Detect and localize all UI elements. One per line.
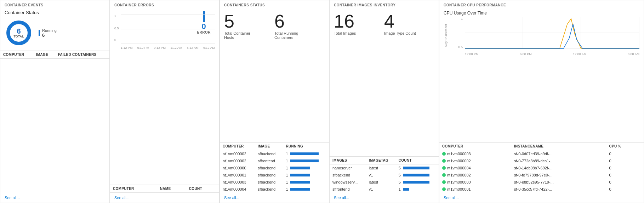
events-col-computer: COMPUTER <box>0 51 33 59</box>
cpu-see-all[interactable]: See all... <box>439 193 644 203</box>
cpu-instance: sf-0-772a3b89-dca1-... <box>511 157 606 164</box>
table-row: nt1vm000001 sf-0-35cc57fd-7422-... 0 <box>439 186 644 193</box>
images-header: CONTAINER IMAGES INVENTORY <box>330 0 439 8</box>
errors-header: CONTAINER ERRORS <box>110 0 219 8</box>
y-label-1: 1 <box>114 14 116 18</box>
cpu-x-3: 12:00 AM <box>573 52 586 56</box>
errors-col-name: NAME <box>157 185 186 193</box>
cpu-chart-container: AvgCPUPercent 1 0.5 <box>444 17 639 56</box>
image-bar <box>403 188 409 191</box>
cpu-header: CONTAINER CPU PERFORMANCE <box>439 0 644 8</box>
image-name: nanoserver <box>330 164 366 172</box>
status-image: sfbackend <box>255 179 283 186</box>
table-row: nt1vm000002 sf-0-fe79788d-97e0-... 0 <box>439 172 644 179</box>
cpu-x-2: 6:00 PM <box>520 52 532 56</box>
donut-total-label: TOTAL <box>13 35 24 39</box>
events-col-failed: FAILED CONTAINERS <box>55 51 109 59</box>
x-labels: 1:12 PM 5:12 PM 9:12 PM 1:12 AM 5:12 AM … <box>121 46 215 50</box>
table-row: nt1vm000002 sf-0-772a3b89-dca1-... 0 <box>439 157 644 164</box>
running-bar <box>290 174 310 176</box>
image-tag: latest <box>366 179 396 186</box>
dashboard: CONTAINER EVENTS Container Status 6 TOTA… <box>0 0 644 203</box>
table-row: sffrontend v1 1 <box>330 186 439 193</box>
cpu-chart-area: CPU Usage Over Time AvgCPUPercent 1 0.5 <box>439 8 644 142</box>
table-row: nt1vm000004 sf-0-14eb98b7-692f-... 0 <box>439 164 644 172</box>
cpu-y-axis-label: AvgCPUPercent <box>444 24 448 47</box>
cpu-x-4: 6:00 AM <box>628 52 639 56</box>
cpu-computer: nt1vm000002 <box>439 172 511 179</box>
table-row: nt1vm000000 sf-0-e8b52e95-7719-... 0 <box>439 179 644 186</box>
cpu-instance: sf-0-35cc57fd-7422-... <box>511 186 606 193</box>
stat-image-types: 4 Image Type Count <box>384 12 434 153</box>
chart-line-bot <box>121 44 215 44</box>
status-computer: nt1vm000000 <box>220 164 255 172</box>
image-tag: latest <box>366 164 396 172</box>
errors-col-count: COUNT <box>186 185 219 193</box>
panel-containers-status: CONTAINERS STATUS 5 Total Container Host… <box>220 0 329 203</box>
status-see-all[interactable]: See all... <box>220 193 329 203</box>
cpu-percent: 0 <box>606 150 644 158</box>
stat-running: 6 Total Running Containers <box>274 12 325 139</box>
stat-image-types-label: Image Type Count <box>384 31 420 35</box>
cpu-instance: sf-0-0d07ed39-a9df-... <box>511 150 606 158</box>
cpu-col-instance: INSTANCENAME <box>511 143 606 150</box>
images-table: IMAGES IMAGETAG COUNT nanoserver latest … <box>330 156 439 193</box>
stat-running-label: Total Running Containers <box>274 31 310 40</box>
status-running: 1 <box>283 164 329 172</box>
images-see-all[interactable]: See all... <box>330 193 439 203</box>
cpu-instance: sf-0-e8b52e95-7719-... <box>511 179 606 186</box>
x-label-2: 5:12 PM <box>137 46 149 50</box>
cpu-chart-title: CPU Usage Over Time <box>444 11 639 16</box>
image-tag: v1 <box>366 186 396 193</box>
stat-image-types-num: 4 <box>384 12 434 30</box>
stat-total-images: 16 Total Images <box>334 12 384 153</box>
x-label-4: 1:12 AM <box>170 46 182 50</box>
stat-hosts: 5 Total Container Hosts <box>224 12 274 139</box>
errors-see-all[interactable]: See all... <box>110 193 219 203</box>
events-see-all[interactable]: See all... <box>0 193 109 203</box>
status-dot <box>442 152 446 156</box>
status-col-image: IMAGE <box>255 143 283 150</box>
image-bar <box>403 174 429 176</box>
cpu-table: COMPUTER INSTANCENAME CPU % nt1vm000003 … <box>439 142 644 193</box>
errors-chart-area: 0 ERROR 1 0.5 0 1:12 PM 5:12 PM 9:12 PM … <box>110 8 219 185</box>
cpu-percent: 0 <box>606 157 644 164</box>
cpu-x-1: 12:00 PM <box>465 52 479 56</box>
table-row: sfbackend v1 5 <box>330 172 439 179</box>
status-computer: nt1vm000003 <box>220 179 255 186</box>
cpu-col-cpu: CPU % <box>606 143 644 150</box>
errors-table: COMPUTER NAME COUNT <box>110 185 219 193</box>
image-count: 1 <box>396 186 439 193</box>
status-running: 1 <box>283 150 329 158</box>
table-row: windowsserv... latest 5 <box>330 179 439 186</box>
cpu-y-axis: AvgCPUPercent 1 0.5 <box>444 17 465 49</box>
events-donut-section: 6 TOTAL Running 6 <box>0 15 109 51</box>
images-col-count: COUNT <box>396 157 439 164</box>
image-name: sfbackend <box>330 172 366 179</box>
status-image: sfbackend <box>255 150 283 158</box>
status-big-stats: 5 Total Container Hosts 6 Total Running … <box>220 8 329 142</box>
table-row: nt1vm000001 sfbackend 1 <box>220 172 329 179</box>
images-big-stats: 16 Total Images 4 Image Type Count <box>330 8 439 156</box>
x-label-5: 5:12 AM <box>187 46 199 50</box>
events-header: CONTAINER EVENTS <box>0 0 109 8</box>
cpu-x-labels: 12:00 PM 6:00 PM 12:00 AM 6:00 AM <box>465 52 639 56</box>
status-image: sfbackend <box>255 172 283 179</box>
chart-lines <box>121 14 215 44</box>
donut-number: 6 <box>13 27 24 35</box>
legend-running: Running 6 <box>39 28 57 38</box>
status-computer: nt1vm000002 <box>220 150 255 158</box>
x-label-6: 9:12 AM <box>203 46 215 50</box>
events-table: COMPUTER IMAGE FAILED CONTAINERS <box>0 51 109 59</box>
legend-running-label: Running <box>42 28 57 33</box>
y-label-05: 0.5 <box>114 27 119 30</box>
image-bar <box>403 167 429 169</box>
cpu-instance: sf-0-14eb98b7-692f-... <box>511 164 606 172</box>
table-row: nt1vm000003 sf-0-0d07ed39-a9df-... 0 <box>439 150 644 158</box>
table-row: nt1vm000000 sfbackend 1 <box>220 164 329 172</box>
cpu-y-05: 0.5 <box>458 45 463 49</box>
status-header: CONTAINERS STATUS <box>220 0 329 8</box>
image-name: sffrontend <box>330 186 366 193</box>
cpu-computer: nt1vm000000 <box>439 179 511 186</box>
table-row: nt1vm000002 sfbackend 1 <box>220 150 329 158</box>
